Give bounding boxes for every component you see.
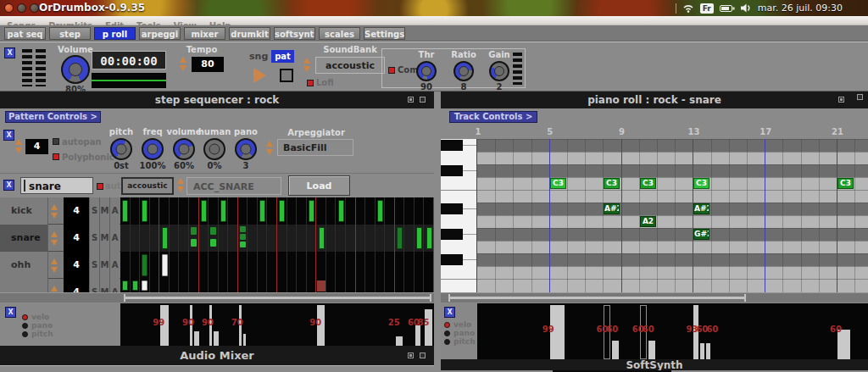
velocity-mode-radio-velo[interactable]: [444, 322, 450, 328]
velocity-bar[interactable]: [214, 331, 219, 346]
step-note[interactable]: [201, 200, 207, 222]
velocity-mode-radio-pano[interactable]: [444, 330, 450, 336]
volume-icon[interactable]: [741, 3, 752, 13]
step-note[interactable]: [191, 227, 197, 235]
pattern-pano-knob[interactable]: [235, 138, 257, 160]
tab-arpeggi[interactable]: arpeggi: [139, 27, 181, 40]
polyphonic-checkbox[interactable]: [53, 153, 59, 160]
step-cell[interactable]: [150, 225, 160, 252]
panel-maximize-icon[interactable]: [420, 97, 426, 103]
pattern-mode-button[interactable]: pat: [271, 50, 294, 63]
piano-roll-note[interactable]: C3: [604, 178, 620, 189]
piano-roll-note[interactable]: C3: [550, 178, 566, 189]
step-cell[interactable]: [179, 279, 189, 292]
stop-button[interactable]: [280, 69, 293, 82]
step-cell[interactable]: [297, 279, 307, 292]
track-name[interactable]: snare: [0, 225, 48, 252]
lofi-checkbox[interactable]: [307, 80, 314, 86]
velocity-bar[interactable]: [243, 334, 246, 346]
pitch-row-F2[interactable]: [477, 266, 868, 279]
pitch-row-D#3[interactable]: [477, 139, 868, 152]
step-note[interactable]: [162, 254, 168, 276]
window-maximize-button[interactable]: [30, 3, 39, 13]
step-cell[interactable]: [150, 252, 160, 279]
step-cell[interactable]: [385, 197, 395, 225]
step-cell[interactable]: [248, 252, 258, 279]
step-note[interactable]: [191, 239, 197, 247]
black-key-D#3[interactable]: [441, 140, 463, 151]
step-cell[interactable]: [199, 252, 209, 279]
step-cell[interactable]: [179, 225, 189, 252]
step-cell[interactable]: [150, 197, 160, 225]
step-cell[interactable]: [297, 252, 307, 279]
pitch-row-D3[interactable]: [477, 152, 868, 164]
velocity-panel-close-button[interactable]: X: [444, 307, 455, 318]
step-cell[interactable]: [267, 279, 277, 292]
pattern-freq-knob[interactable]: [142, 138, 164, 160]
step-cell[interactable]: [287, 197, 298, 225]
step-note[interactable]: [240, 226, 246, 232]
track-m-button[interactable]: M: [99, 252, 109, 279]
step-cell[interactable]: [346, 279, 356, 292]
pattern-pitch-knob[interactable]: [110, 138, 132, 160]
track-length-value[interactable]: 4: [64, 197, 89, 225]
step-note[interactable]: [426, 227, 432, 249]
step-cell[interactable]: [219, 252, 229, 279]
track-s-button[interactable]: S: [89, 252, 99, 279]
velocity-bar[interactable]: [706, 343, 710, 359]
step-cell[interactable]: [199, 279, 209, 292]
step-cell[interactable]: [159, 279, 170, 292]
tab-mixer[interactable]: mixer: [184, 27, 225, 40]
pitch-row-B2[interactable]: [477, 190, 868, 203]
step-cell[interactable]: [346, 225, 356, 252]
step-note[interactable]: [132, 280, 138, 291]
pitch-row-C3[interactable]: [477, 177, 868, 190]
step-note[interactable]: [397, 227, 403, 249]
track-length-spinner[interactable]: [51, 286, 58, 292]
step-cell[interactable]: [365, 225, 376, 252]
velocity-bar[interactable]: [396, 336, 403, 346]
step-cell[interactable]: [277, 252, 287, 279]
step-cell[interactable]: [209, 252, 219, 279]
step-cell[interactable]: [356, 279, 366, 292]
comp-checkbox[interactable]: [388, 67, 395, 74]
tab-step-seq[interactable]: step seq: [49, 27, 91, 40]
step-cell[interactable]: [238, 252, 248, 279]
step-cell[interactable]: [209, 279, 219, 292]
step-cell[interactable]: [424, 279, 434, 292]
step-cell[interactable]: [385, 225, 395, 252]
step-cell[interactable]: [170, 279, 180, 292]
step-cell[interactable]: [228, 252, 238, 279]
step-cell[interactable]: [287, 252, 298, 279]
step-cell[interactable]: [297, 225, 307, 252]
velocity-mode-radio-pano[interactable]: [22, 323, 28, 329]
step-cell[interactable]: [228, 225, 238, 252]
step-cell[interactable]: [376, 279, 386, 292]
step-cell[interactable]: [287, 279, 298, 292]
step-note[interactable]: [142, 254, 147, 276]
black-key-A#2[interactable]: [441, 203, 463, 214]
piano-keys[interactable]: [441, 139, 477, 292]
panel-restore-icon[interactable]: [408, 97, 414, 103]
step-cell[interactable]: [316, 252, 326, 279]
step-cell[interactable]: [316, 197, 326, 225]
step-cell[interactable]: [415, 197, 425, 225]
step-cell[interactable]: [189, 279, 199, 292]
step-note[interactable]: [240, 242, 246, 247]
track-a-button[interactable]: A: [109, 197, 120, 225]
velocity-bar[interactable]: [648, 341, 655, 359]
step-cell[interactable]: [307, 225, 317, 252]
tab-pat-seq[interactable]: pat seq: [4, 27, 46, 40]
pitch-row-F#2[interactable]: [477, 253, 868, 266]
track-name-input[interactable]: snare: [20, 177, 93, 194]
track-m-button[interactable]: M: [99, 225, 109, 252]
step-note[interactable]: [210, 227, 216, 235]
step-cell[interactable]: [297, 197, 307, 225]
step-cell[interactable]: [326, 252, 337, 279]
step-cell[interactable]: [267, 225, 277, 252]
velocity-bar[interactable]: [612, 341, 619, 359]
track-a-button[interactable]: A: [109, 225, 120, 252]
tab-settings[interactable]: Settings: [364, 27, 405, 40]
step-cell[interactable]: [248, 197, 258, 225]
track-m-button[interactable]: M: [99, 279, 109, 292]
